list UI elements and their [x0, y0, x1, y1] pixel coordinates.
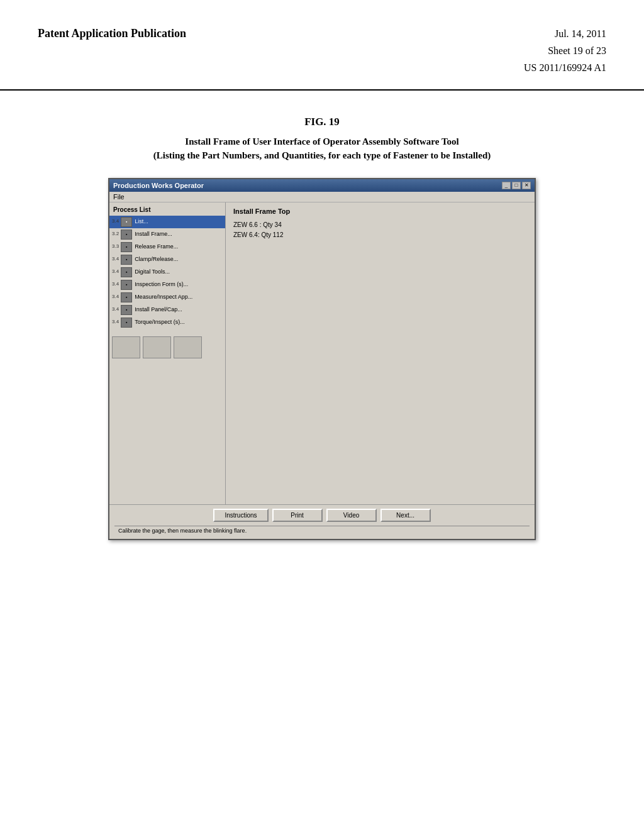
- item-icon-4: ▪: [121, 267, 132, 277]
- preview-thumb-3: [174, 336, 202, 358]
- preview-thumb-2: [143, 336, 171, 358]
- content-title: Install Frame Top: [233, 208, 527, 215]
- sidebar-item-6[interactable]: 3.4 ▪ Measure/Inspect App...: [109, 291, 225, 304]
- preview-thumb-1: [112, 336, 140, 358]
- sidebar-header: Process List: [109, 205, 225, 216]
- item-icon-1: ▪: [121, 230, 132, 240]
- window-controls[interactable]: _ □ ✕: [502, 182, 531, 189]
- print-button[interactable]: Print: [272, 509, 323, 522]
- item-icon-5: ▪: [121, 280, 132, 290]
- status-bar: Calibrate the gage, then measure the bli…: [114, 526, 530, 535]
- content-line-2: ZEW 6.4: Qty 112: [233, 230, 527, 240]
- header-metadata: Jul. 14, 2011 Sheet 19 of 23 US 2011/169…: [524, 25, 606, 77]
- header-patent: US 2011/169924 A1: [524, 59, 606, 76]
- sidebar-item-3[interactable]: 3.4 ▪ Clamp/Release...: [109, 253, 225, 266]
- sidebar-item-7[interactable]: 3.4 ▪ Install Panel/Cap...: [109, 304, 225, 316]
- video-button[interactable]: Video: [326, 509, 377, 522]
- item-icon-8: ▪: [121, 318, 132, 328]
- header-sheet: Sheet 19 of 23: [524, 42, 606, 59]
- window-body: Process List 3.4 ▪ List... 3.2 ▪ Install…: [109, 202, 535, 504]
- content-line-1: ZEW 6.6 : Qty 34: [233, 220, 527, 230]
- item-icon-6: ▪: [121, 292, 132, 302]
- figure-caption: Install Frame of User Interface of Opera…: [153, 135, 491, 163]
- item-icon-2: ▪: [121, 242, 132, 252]
- window-bottom: Instructions Print Video Next... Calibra…: [109, 504, 535, 539]
- sidebar-item-5[interactable]: 3.4 ▪ Inspection Form (s)...: [109, 279, 225, 291]
- bottom-buttons: Instructions Print Video Next...: [114, 509, 530, 522]
- sidebar-item-8[interactable]: 3.4 ▪ Torque/Inspect (s)...: [109, 316, 225, 329]
- item-icon-3: ▪: [121, 255, 132, 265]
- window-title: Production Works Operator: [113, 182, 204, 189]
- publication-title: Patent Application Publication: [38, 25, 186, 42]
- figure-section: FIG. 19 Install Frame of User Interface …: [0, 97, 644, 553]
- sidebar: Process List 3.4 ▪ List... 3.2 ▪ Install…: [109, 202, 226, 504]
- window-titlebar: Production Works Operator _ □ ✕: [109, 179, 535, 192]
- sidebar-item-0[interactable]: 3.4 ▪ List...: [109, 216, 225, 228]
- preview-area: [109, 334, 225, 361]
- page-header: Patent Application Publication Jul. 14, …: [0, 0, 644, 91]
- minimize-button[interactable]: _: [502, 182, 511, 189]
- sidebar-item-1[interactable]: 3.2 ▪ Install Frame...: [109, 228, 225, 241]
- main-content: Install Frame Top ZEW 6.6 : Qty 34 ZEW 6…: [226, 202, 535, 504]
- software-window: Production Works Operator _ □ ✕ File Pro…: [108, 178, 536, 540]
- sidebar-item-4[interactable]: 3.4 ▪ Digital Tools...: [109, 266, 225, 279]
- next-button[interactable]: Next...: [380, 509, 431, 522]
- item-icon-0: ▪: [121, 217, 132, 227]
- content-info: ZEW 6.6 : Qty 34 ZEW 6.4: Qty 112: [233, 220, 527, 240]
- close-button[interactable]: ✕: [522, 182, 531, 189]
- item-icon-7: ▪: [121, 305, 132, 315]
- figure-label: FIG. 19: [304, 116, 340, 128]
- header-date: Jul. 14, 2011: [524, 25, 606, 42]
- maximize-button[interactable]: □: [512, 182, 521, 189]
- window-menu: File: [109, 192, 535, 202]
- instructions-button[interactable]: Instructions: [213, 509, 268, 522]
- menu-file[interactable]: File: [113, 193, 125, 201]
- sidebar-item-2[interactable]: 3.3 ▪ Release Frame...: [109, 241, 225, 253]
